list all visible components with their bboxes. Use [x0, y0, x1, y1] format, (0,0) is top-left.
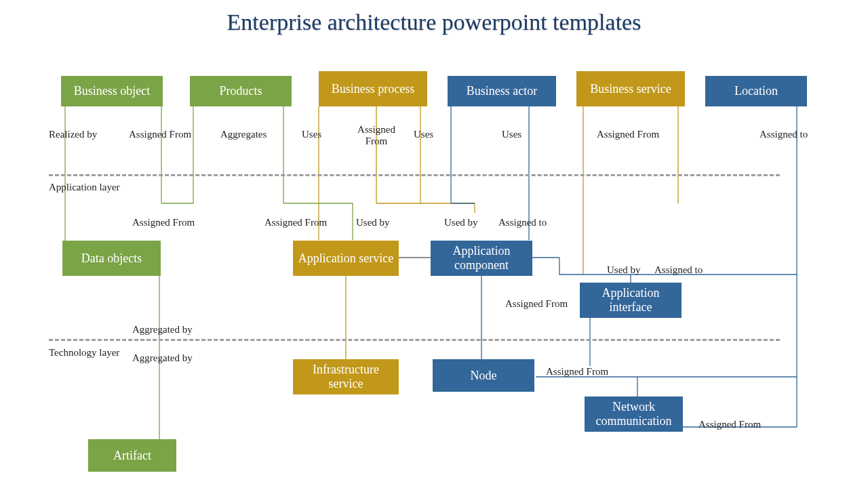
lbl-assigned-from-3: Assigned From — [597, 129, 659, 140]
lbl-assigned-from-6: Assigned From — [505, 298, 568, 310]
box-network-communication[interactable]: Network communication — [585, 396, 683, 432]
lbl-used-by-1: Used by — [356, 217, 390, 228]
box-infrastructure-service[interactable]: Infrastructure service — [293, 359, 399, 394]
divider-tech-layer — [49, 339, 780, 341]
lbl-assigned-from-1: Assigned From — [129, 129, 191, 140]
lbl-used-by-2: Used by — [444, 217, 478, 228]
box-application-interface[interactable]: Application interface — [580, 283, 682, 318]
slide-title: Enterprise architecture powerpoint templ… — [0, 9, 868, 35]
lbl-aggregates: Aggregates — [220, 129, 267, 140]
box-business-service[interactable]: Business service — [576, 71, 685, 106]
box-application-service[interactable]: Application service — [293, 241, 399, 276]
lbl-assigned-from-4: Assigned From — [132, 217, 195, 228]
box-products[interactable]: Products — [190, 76, 292, 106]
lbl-assigned-to-1: Assigned to — [760, 129, 808, 140]
lbl-uses-2: Uses — [414, 129, 433, 140]
box-application-component[interactable]: Application component — [431, 241, 532, 276]
lbl-assigned-from-8: Assigned From — [698, 419, 761, 430]
box-business-actor[interactable]: Business actor — [448, 76, 556, 106]
lbl-aggregated-by-2: Aggregated by — [132, 352, 193, 364]
layer-label-application: Application layer — [49, 182, 123, 193]
lbl-assigned-to-2: Assigned to — [498, 217, 547, 228]
lbl-assigned-from-2: Assigned From — [346, 124, 407, 147]
lbl-uses-1: Uses — [302, 129, 321, 140]
box-business-process[interactable]: Business process — [319, 71, 427, 106]
lbl-assigned-to-3: Assigned to — [654, 264, 703, 276]
box-location[interactable]: Location — [705, 76, 807, 106]
lbl-realized-by: Realized by — [49, 129, 97, 140]
lbl-assigned-from-5: Assigned From — [264, 217, 327, 228]
lbl-used-by-3: Used by — [607, 264, 641, 276]
lbl-aggregated-by-1: Aggregated by — [132, 324, 193, 336]
lbl-uses-3: Uses — [502, 129, 521, 140]
box-business-object[interactable]: Business object — [61, 76, 163, 106]
layer-label-technology: Technology layer — [49, 347, 123, 359]
divider-app-layer — [49, 174, 780, 176]
box-node[interactable]: Node — [433, 359, 534, 392]
box-artifact[interactable]: Artifact — [88, 439, 176, 472]
diagram-stage: Enterprise architecture powerpoint templ… — [0, 0, 868, 488]
box-data-objects[interactable]: Data objects — [62, 241, 161, 276]
lbl-assigned-from-7: Assigned From — [546, 366, 608, 378]
